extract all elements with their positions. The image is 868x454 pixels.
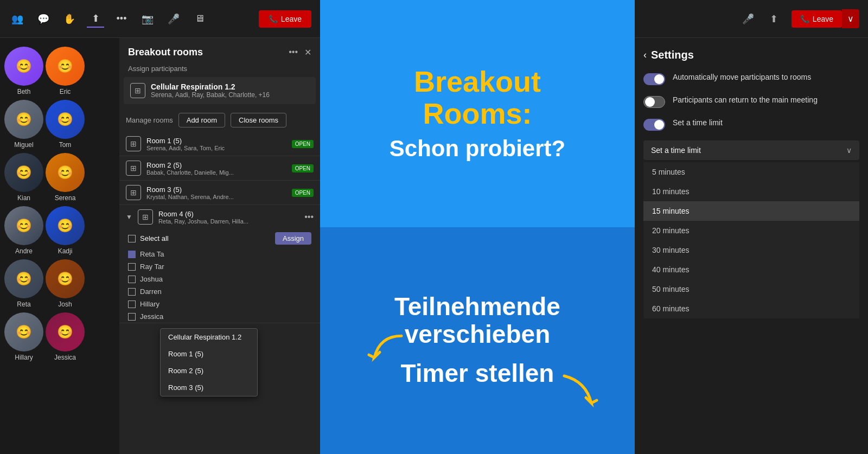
- close-breakout-icon[interactable]: ✕: [304, 47, 311, 57]
- auto-move-toggle[interactable]: [643, 73, 665, 85]
- time-option-20[interactable]: 20 minutes: [643, 221, 859, 240]
- room4-expand-icon[interactable]: ▼: [126, 213, 132, 221]
- middle-panel: Breakout Rooms: Schon probiert? Teilnehm…: [320, 0, 635, 454]
- right-panel: 🚫 🎤 ⬆ 📞 Leave ∨ ‹ Settings Automatically…: [635, 0, 868, 454]
- room2-name: Room 2 (5): [146, 161, 286, 169]
- middle-top: Breakout Rooms: Schon probiert?: [320, 0, 635, 227]
- screen-share-icon[interactable]: 🖥: [191, 10, 208, 28]
- raise-hand-icon[interactable]: ✋: [61, 10, 78, 28]
- dropdown-item-room3[interactable]: Room 3 (5): [161, 379, 257, 396]
- participant-name-andre: Andre: [15, 247, 33, 255]
- phone-icon-right: 📞: [800, 15, 809, 23]
- reta-checkbox[interactable]: [128, 251, 136, 258]
- assign-button[interactable]: Assign: [275, 232, 311, 245]
- list-item: Joshua: [119, 273, 320, 285]
- time-limit-dropdown[interactable]: Set a time limit ∨: [643, 140, 859, 160]
- participant-name-jessica: Jessica: [54, 354, 76, 361]
- participant-kadji: 😊 Kadji: [46, 206, 85, 255]
- room4-members: Reta, Ray, Joshua, Darren, Hilla...: [158, 218, 299, 225]
- top-bar: 👥 💬 ✋ ⬆ ••• 📷 🎤 🖥 📞 Leave: [0, 0, 320, 38]
- list-item: Jessica: [119, 310, 320, 323]
- schon-text: Schon probiert?: [390, 136, 565, 162]
- close-rooms-button[interactable]: Close rooms: [231, 113, 286, 127]
- arrow-right-icon: [559, 370, 602, 421]
- time-option-50[interactable]: 50 minutes: [643, 279, 859, 299]
- avatar-andre: 😊: [4, 206, 43, 245]
- teilnehm-line1: Teilnehmende: [394, 292, 560, 321]
- room3-members: Krystal, Nathan, Serena, Andre...: [146, 194, 286, 200]
- breakout-title: Breakout rooms: [128, 47, 203, 58]
- room-assignment-dropdown[interactable]: Cellular Respiration 1.2 Room 1 (5) Room…: [160, 328, 258, 397]
- time-option-15[interactable]: 15 minutes: [643, 201, 859, 221]
- list-item: Ray Tar: [119, 260, 320, 273]
- participant-reta: 😊 Reta: [4, 259, 43, 308]
- avatar-josh: 😊: [46, 259, 85, 298]
- room1-status-badge: OPEN: [292, 140, 314, 148]
- more-icon[interactable]: •••: [113, 10, 130, 28]
- select-all-row: Select all Assign: [119, 229, 320, 248]
- settings-section: ‹ Settings Automatically move participan…: [635, 38, 868, 454]
- jessica-checkbox[interactable]: [128, 313, 136, 321]
- mic-icon[interactable]: 🎤: [165, 10, 182, 28]
- darren-checkbox[interactable]: [128, 288, 136, 296]
- camera-off-icon[interactable]: 🚫: [718, 12, 731, 25]
- ray-checkbox[interactable]: [128, 263, 136, 271]
- manage-label: Manage rooms: [126, 116, 173, 124]
- chat-icon[interactable]: 💬: [35, 10, 52, 28]
- select-all-checkbox[interactable]: [128, 235, 136, 242]
- leave-chevron-button[interactable]: ∨: [842, 9, 859, 28]
- add-room-button[interactable]: Add room: [178, 113, 225, 127]
- main-content: 😊 Beth 😊 Eric 😊 Miguel 😊 Tom: [0, 38, 320, 454]
- cellular-room-icon: ⊞: [130, 83, 145, 98]
- setting-return-main: Participants can return to the main meet…: [643, 95, 859, 108]
- room4-icon: ⊞: [138, 209, 153, 225]
- participant-beth: 😊 Beth: [4, 47, 43, 95]
- settings-back-button[interactable]: ‹ Settings: [643, 49, 859, 61]
- participants-sidebar: 😊 Beth 😊 Eric 😊 Miguel 😊 Tom: [0, 38, 119, 454]
- participant-name-serena: Serena: [55, 194, 76, 202]
- room3-name: Room 3 (5): [146, 186, 286, 194]
- avatar-beth: 😊: [4, 47, 43, 86]
- breakout-header: Breakout rooms ••• ✕: [119, 38, 320, 62]
- return-main-toggle[interactable]: [643, 96, 665, 108]
- time-option-40[interactable]: 40 minutes: [643, 260, 859, 279]
- camera-icon[interactable]: 📷: [139, 10, 156, 28]
- time-limit-dropdown-label: Set a time limit: [651, 146, 701, 155]
- room1-name: Room 1 (5): [146, 137, 286, 145]
- participant-name-beth: Beth: [17, 88, 31, 95]
- dropdown-item-room2[interactable]: Room 2 (5): [161, 362, 257, 379]
- left-panel: 👥 💬 ✋ ⬆ ••• 📷 🎤 🖥 📞 Leave 😊 Beth 😊 Eric: [0, 0, 320, 454]
- time-limit-toggle[interactable]: [643, 119, 665, 131]
- dropdown-item-cellular[interactable]: Cellular Respiration 1.2: [161, 329, 257, 346]
- mic-icon-right[interactable]: 🎤: [739, 10, 757, 28]
- participant-andre: 😊 Andre: [4, 206, 43, 255]
- hillary-checkbox[interactable]: [128, 300, 136, 308]
- rooms-list: ⊞ Room 1 (5) Serena, Aadi, Sara, Tom, Er…: [119, 132, 320, 454]
- return-main-label: Participants can return to the main meet…: [673, 95, 818, 106]
- leave-button[interactable]: 📞 Leave: [259, 10, 311, 28]
- room1-members: Serena, Aadi, Sara, Tom, Eric: [146, 145, 286, 151]
- cellular-room-name: Cellular Respiration 1.2: [151, 82, 270, 91]
- share-icon[interactable]: ⬆: [87, 10, 104, 28]
- time-option-10[interactable]: 10 minutes: [643, 182, 859, 201]
- room4-dots-icon[interactable]: •••: [304, 212, 314, 222]
- time-option-30[interactable]: 30 minutes: [643, 240, 859, 260]
- cellular-room[interactable]: ⊞ Cellular Respiration 1.2 Serena, Aadi,…: [124, 77, 316, 104]
- joshua-checkbox[interactable]: [128, 276, 136, 283]
- phone-icon: 📞: [269, 15, 278, 23]
- teilnehm-line2: verschieben: [405, 320, 550, 348]
- participant-eric: 😊 Eric: [46, 47, 85, 95]
- share-icon-right[interactable]: ⬆: [765, 10, 783, 28]
- settings-title: Settings: [651, 49, 694, 61]
- breakout-header-icons: ••• ✕: [289, 47, 311, 57]
- more-options-icon[interactable]: •••: [289, 47, 298, 57]
- room1-info: Room 1 (5) Serena, Aadi, Sara, Tom, Eric: [146, 137, 286, 151]
- people-icon[interactable]: 👥: [9, 10, 26, 28]
- time-option-60[interactable]: 60 minutes: [643, 299, 859, 318]
- avatar-hillary: 😊: [4, 312, 43, 351]
- dropdown-item-room1[interactable]: Room 1 (5): [161, 346, 257, 362]
- time-option-5[interactable]: 5 minutes: [643, 162, 859, 182]
- toggle-knob-3: [654, 120, 664, 130]
- right-leave-button[interactable]: 📞 Leave: [792, 10, 842, 28]
- participant-name-kadji: Kadji: [58, 247, 73, 255]
